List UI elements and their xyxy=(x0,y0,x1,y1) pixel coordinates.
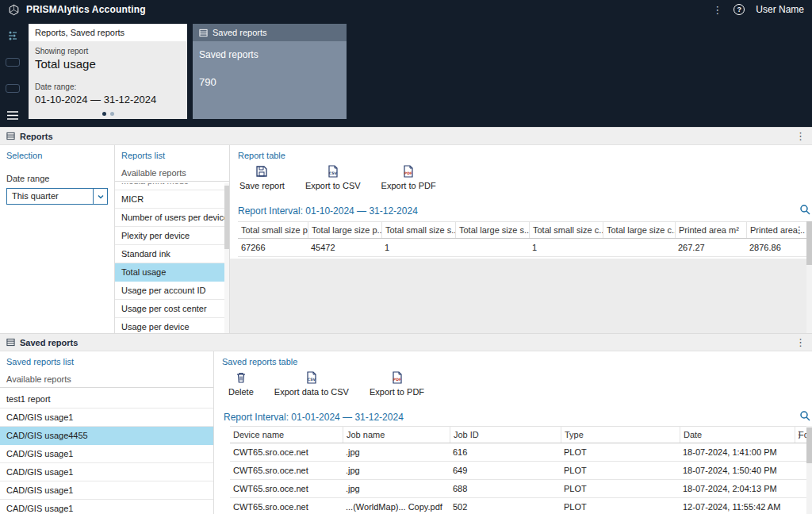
table-cell: 502 xyxy=(450,498,561,514)
saved-reports-table-title: Saved reports table xyxy=(214,351,812,366)
export-data-csv-button[interactable]: CSV Export data to CSV xyxy=(270,368,354,400)
list-item[interactable]: MICR xyxy=(115,190,229,209)
card-header-label: Saved reports xyxy=(213,28,266,37)
report-table-title: Report table xyxy=(230,145,812,160)
report-table-panel: Report table Save report CSV Export to C… xyxy=(230,145,812,333)
column-header[interactable]: Device name xyxy=(230,427,343,443)
list-item[interactable]: CAD/GIS usage4455 xyxy=(0,427,213,445)
table-menu-icon[interactable]: ⋮ xyxy=(795,430,804,439)
save-icon xyxy=(255,165,268,178)
card-header: Reports, Saved reports xyxy=(29,24,187,41)
column-header[interactable]: Date xyxy=(680,427,795,443)
table-cell: ...(WorldMap)... Copy.pdf xyxy=(343,498,450,514)
column-header[interactable]: Printed area m² xyxy=(675,222,746,238)
saved-reports-table: Device nameJob nameJob IDTypeDateFo CWT6… xyxy=(230,426,812,514)
saved-reports-list-title: Saved reports list xyxy=(0,351,213,366)
table-cell: 1 xyxy=(381,239,455,256)
column-header[interactable]: Job ID xyxy=(450,427,561,443)
column-header[interactable]: Total small size p... xyxy=(238,222,308,238)
column-header[interactable]: Total large size c... xyxy=(603,222,675,238)
save-report-button[interactable]: Save report xyxy=(235,162,289,194)
help-icon[interactable]: ? xyxy=(733,4,745,15)
list-item[interactable]: Total usage xyxy=(115,263,229,282)
date-range-select[interactable]: This quarter xyxy=(6,188,108,205)
list-item[interactable]: Number of users per device xyxy=(115,209,229,227)
report-interval-link[interactable]: Report Interval: 01-10-2024 — 31-12-2024 xyxy=(238,205,418,217)
column-header[interactable]: Total large size s... xyxy=(455,222,529,238)
reports-section-header: Reports ⋮ xyxy=(0,127,812,145)
saved-reports-list-panel: Saved reports list Available reports tes… xyxy=(0,351,214,514)
svg-text:PDF: PDF xyxy=(404,171,412,175)
saved-table-header-row: Device nameJob nameJob IDTypeDateFo xyxy=(230,426,812,443)
list-item[interactable]: Usage per cost center xyxy=(115,300,229,318)
list-item[interactable]: test1 report xyxy=(0,390,213,409)
saved-reports-title: Saved reports xyxy=(199,49,340,60)
column-header[interactable]: Total large size p... xyxy=(308,222,381,238)
list-item[interactable]: Media print mode xyxy=(115,183,229,190)
export-pdf-button[interactable]: PDF Export to PDF xyxy=(365,368,429,400)
list-item[interactable]: CAD/GIS usage1 xyxy=(0,463,213,481)
reports-overview-card[interactable]: Reports, Saved reports Showing report To… xyxy=(29,24,187,119)
list-item[interactable]: Plexity per device xyxy=(115,227,229,245)
menu-icon[interactable] xyxy=(6,110,19,121)
table-row[interactable]: 672664547211267.272876.86 xyxy=(238,239,812,257)
list-item[interactable]: CAD/GIS usage1 xyxy=(0,500,213,514)
saved-reports-count: 790 xyxy=(199,76,340,88)
scrollbar-thumb[interactable] xyxy=(224,186,229,249)
user-name[interactable]: User Name xyxy=(756,4,804,15)
list-item[interactable]: CAD/GIS usage1 xyxy=(0,409,213,427)
list-item[interactable]: Usage per device xyxy=(115,318,229,333)
table-cell: .jpg xyxy=(343,480,450,497)
overflow-menu-icon[interactable]: ⋮ xyxy=(712,5,722,15)
section-menu-icon[interactable]: ⋮ xyxy=(795,131,806,141)
list-item[interactable]: Standard ink xyxy=(115,245,229,263)
list-item[interactable]: CAD/GIS usage1 xyxy=(0,445,213,463)
selection-title: Selection xyxy=(6,151,108,160)
reports-card-icon[interactable] xyxy=(6,58,20,67)
export-csv-button[interactable]: CSV Export to CSV xyxy=(301,162,366,194)
table-cell: PLOT xyxy=(561,498,680,514)
scrollbar-thumb[interactable] xyxy=(806,428,812,463)
table-row[interactable]: CWT65.sro.oce.net.jpg649PLOT18-07-2024, … xyxy=(230,462,812,480)
date-range-label: Date range: xyxy=(35,82,181,91)
saved-report-interval-link[interactable]: Report Interval: 01-01-2024 — 31-12-2024 xyxy=(224,412,404,423)
carousel-dot[interactable] xyxy=(110,112,114,116)
saved-table-body: CWT65.sro.oce.net.jpg616PLOT18-07-2024, … xyxy=(230,443,812,514)
table-cell: PLOT xyxy=(561,462,680,479)
scrollbar-thumb[interactable] xyxy=(806,221,812,265)
table-cell: 616 xyxy=(450,443,561,461)
view-options-icon[interactable] xyxy=(7,30,18,41)
column-header[interactable]: Total small size s... xyxy=(381,222,455,238)
date-range-value: 01-10-2024 — 31-12-2024 xyxy=(35,94,181,105)
saved-reports-card[interactable]: Saved reports Saved reports 790 xyxy=(193,24,347,119)
list-item[interactable]: Usage per account ID xyxy=(115,282,229,300)
current-report-name: Total usage xyxy=(35,57,181,71)
column-header[interactable]: Total small size c... xyxy=(529,222,603,238)
search-icon[interactable] xyxy=(799,204,810,215)
column-header[interactable]: Job name xyxy=(343,427,450,443)
saved-reports-section-body: Saved reports list Available reports tes… xyxy=(0,351,812,514)
search-icon[interactable] xyxy=(799,410,810,421)
showing-report-label: Showing report xyxy=(35,47,181,56)
app-logo-icon xyxy=(8,4,20,16)
saved-card-icon[interactable] xyxy=(6,84,20,93)
column-header[interactable]: Type xyxy=(561,427,680,443)
carousel-dots xyxy=(29,112,187,116)
table-menu-icon[interactable]: ⋮ xyxy=(795,225,804,235)
carousel-dot-active[interactable] xyxy=(102,112,106,116)
table-row[interactable]: CWT65.sro.oce.net.jpg616PLOT18-07-2024, … xyxy=(230,443,812,462)
reports-list: Media print modeMICRNumber of users per … xyxy=(115,183,229,333)
reports-list-panel: Reports list Available reports Media pri… xyxy=(115,145,230,333)
delete-label: Delete xyxy=(228,387,254,397)
table-row[interactable]: CWT65.sro.oce.net.jpg688PLOT18-07-2024, … xyxy=(230,480,812,498)
section-menu-icon[interactable]: ⋮ xyxy=(795,337,806,347)
delete-button[interactable]: Delete xyxy=(224,368,259,400)
table-row[interactable]: CWT65.sro.oce.net...(WorldMap)... Copy.p… xyxy=(230,498,812,514)
saved-table-scrollbar xyxy=(806,426,812,514)
reports-section-body: Selection Date range This quarter Report… xyxy=(0,145,812,333)
dashboard-header: Reports, Saved reports Showing report To… xyxy=(0,19,812,127)
export-pdf-button[interactable]: PDF Export to PDF xyxy=(377,162,441,194)
list-item[interactable]: CAD/GIS usage1 xyxy=(0,481,213,500)
report-table-toolbar: Save report CSV Export to CSV PDF Export… xyxy=(235,162,452,194)
table-cell: PLOT xyxy=(561,443,680,461)
